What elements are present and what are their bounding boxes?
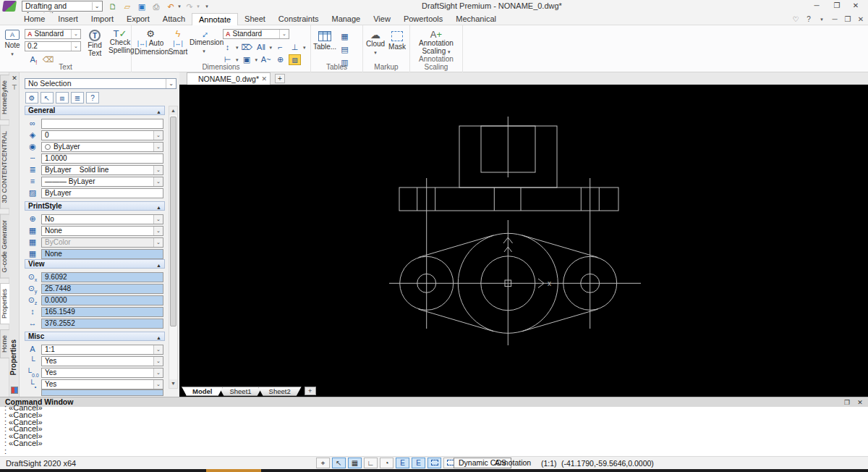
chevron-down-icon[interactable]: ⌄ (153, 177, 163, 186)
dimension-text-align-icon[interactable]: A‖ (255, 42, 268, 53)
collapse-icon[interactable]: ▲ (156, 261, 161, 269)
chevron-down-icon[interactable]: ⌄ (153, 227, 163, 235)
annotation-scale-field[interactable]: 1:1⌄ (41, 345, 163, 355)
ribbon-options-dropdown-icon[interactable]: ▾ (816, 17, 827, 22)
palette-close-icon[interactable]: ✕ (10, 74, 19, 83)
menu-tab-mechanical[interactable]: Mechanical (449, 13, 503, 25)
undo-dropdown-icon[interactable]: ▾ (176, 1, 183, 12)
palette-tab-homebyme[interactable]: HomeByMe (0, 75, 9, 120)
grid-toggle[interactable]: ▦ (348, 458, 362, 468)
ucs-icon-on-field[interactable]: Yes⌄ (41, 356, 163, 366)
esnap-toggle[interactable]: E (396, 458, 409, 468)
linear-dimension-dropdown-icon[interactable]: ▾ (236, 45, 239, 51)
smart-dimension-button[interactable]: ϟ|↔| Smart (168, 30, 188, 56)
properties-scrollbar[interactable]: ▲ ▼ (169, 106, 178, 389)
chevron-down-icon[interactable]: ▾ (203, 49, 205, 54)
palette-pin-icon[interactable]: ⊤ (10, 83, 19, 92)
etrack-toggle[interactable]: E (412, 458, 425, 468)
center-z-field[interactable]: 0.0000 (41, 295, 163, 305)
menu-tab-insert[interactable]: Insert (51, 13, 85, 25)
chevron-down-icon[interactable]: ⌄ (153, 215, 163, 224)
chevron-down-icon[interactable]: ⌄ (279, 30, 289, 38)
ucs-per-viewport-field[interactable]: Yes⌄ (41, 379, 163, 389)
palette-tab-3d-contentcentral[interactable]: 3D CONTENTCENTRAL (0, 125, 9, 209)
chevron-down-icon[interactable]: ⌄ (166, 79, 176, 88)
collapse-icon[interactable]: ▲ (156, 108, 161, 116)
menu-tab-export[interactable]: Export (120, 13, 156, 25)
workspace-dropdown[interactable]: Drafting and Annotation ⌄ (22, 1, 103, 12)
close-button[interactable]: ✕ (848, 0, 864, 12)
section-header-general[interactable]: General▲ (25, 106, 165, 115)
section-header-view[interactable]: View▲ (25, 259, 165, 269)
selection-combo[interactable]: No Selection ⌄ (25, 78, 176, 89)
dimension-edit-icon[interactable]: ⌦ (241, 42, 253, 53)
tolerance-dimension-dropdown-icon[interactable]: ▾ (255, 57, 258, 63)
scroll-down-icon[interactable]: ▼ (169, 379, 177, 388)
minimize-button[interactable]: ─ (809, 0, 825, 12)
printstyle-field[interactable]: None⌄ (41, 226, 163, 236)
datum-dimension-icon[interactable]: ⊥ (289, 42, 301, 53)
save-icon[interactable]: ▣ (136, 1, 148, 12)
scroll-up-icon[interactable]: ▲ (169, 106, 177, 115)
chevron-down-icon[interactable]: ⌄ (71, 30, 80, 38)
dimension-text-align-dropdown-icon[interactable]: ▾ (270, 45, 273, 51)
chevron-down-icon[interactable]: ⌄ (153, 143, 163, 151)
doc-restore-button[interactable]: ❐ (842, 15, 854, 23)
settings-button[interactable]: ⚙ (25, 92, 38, 104)
doc-minimize-button[interactable]: ─ (829, 15, 841, 23)
menu-tab-annotate[interactable]: Annotate (192, 13, 238, 25)
open-file-icon[interactable]: ▱ (122, 1, 133, 12)
doc-close-button[interactable]: ✕ (855, 15, 867, 23)
table-button[interactable]: Table... (312, 31, 337, 51)
hyperlink-field[interactable] (41, 119, 163, 129)
menu-tab-sheet[interactable]: Sheet (238, 13, 272, 25)
ucs-icon-at-origin-field[interactable]: Yes⌄ (41, 368, 163, 378)
table-cell-style-icon[interactable]: ▤ (339, 44, 351, 55)
sheet-tab-sheet2[interactable]: Sheet2 (258, 387, 302, 396)
command-prompt[interactable]: : (4, 447, 7, 455)
layer-field[interactable]: 0⌄ (41, 130, 163, 140)
polar-toggle[interactable]: ◔ (380, 458, 393, 468)
center-x-field[interactable]: 9.6092 (41, 272, 163, 282)
note-button[interactable]: A Note ▾ (1, 28, 23, 58)
help-button[interactable]: ? (86, 92, 99, 104)
collapse-icon[interactable]: ▲ (156, 334, 161, 342)
annotation-scaling-button[interactable]: A+ Annotation Scaling ▾ (414, 30, 458, 56)
palette-tab-home[interactable]: Home (0, 329, 9, 358)
printstyle-table-field[interactable]: ByColor⌄ (41, 237, 163, 248)
chevron-down-icon[interactable]: ▾ (374, 50, 377, 55)
new-document-tab-button[interactable]: + (275, 74, 285, 83)
model-canvas[interactable]: x (179, 85, 868, 387)
chevron-down-icon[interactable]: ⌄ (153, 166, 163, 174)
print-icon[interactable]: ⎙ (150, 1, 162, 12)
chevron-down-icon[interactable]: ▾ (448, 49, 451, 54)
undo-icon[interactable]: ↶ (165, 1, 176, 12)
chevron-down-icon[interactable]: ⌄ (92, 2, 101, 10)
chevron-down-icon[interactable]: ⌄ (153, 368, 163, 377)
quick-access-customize-icon[interactable]: ▾ (203, 1, 210, 12)
new-file-icon[interactable]: 🗋 (107, 1, 119, 12)
sheet-add-button[interactable]: + (305, 387, 316, 395)
chevron-down-icon[interactable]: ⌄ (153, 238, 163, 247)
line-weight-field[interactable]: ——— ByLayer⌄ (41, 177, 163, 187)
sheet-tab-model[interactable]: Model (182, 387, 223, 396)
find-text-button[interactable]: T Find Text (81, 30, 109, 57)
document-tab[interactable]: NONAME_0.dwg* ✕ (187, 72, 271, 85)
sheet-tab-sheet1[interactable]: Sheet1 (218, 387, 262, 396)
print-enabled-field[interactable]: No⌄ (41, 214, 163, 224)
text-style-select[interactable]: AStandard ⌄ (25, 29, 81, 39)
snap-toggle[interactable]: ⌖ (316, 458, 330, 468)
menu-tab-view[interactable]: View (367, 13, 397, 25)
select-matching-button[interactable]: ⧈ (56, 92, 69, 104)
line-style-field[interactable]: ByLayer Solid line⌄ (41, 165, 163, 175)
section-header-misc[interactable]: Misc▲ (25, 332, 165, 341)
restore-button[interactable]: ❐ (829, 0, 845, 12)
chevron-down-icon[interactable]: ⌄ (153, 345, 163, 354)
dimension-button[interactable]: ↔ Dimension ▾ (190, 30, 218, 55)
chevron-down-icon[interactable]: ▾ (11, 51, 14, 56)
view-height-field[interactable]: 165.1549 (41, 307, 163, 317)
pointer-input-toggle[interactable]: ↖ (332, 458, 346, 468)
chevron-down-icon[interactable]: ⌄ (153, 131, 163, 140)
dimension-style-select[interactable]: AStandard ⌄ (223, 29, 289, 39)
transparency-field[interactable]: ByLayer (41, 188, 163, 198)
